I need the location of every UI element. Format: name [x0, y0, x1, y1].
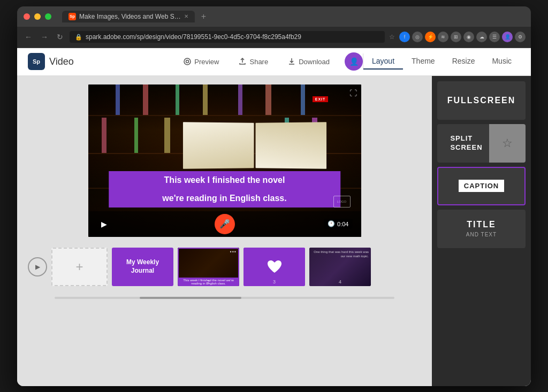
caption-line1: This week I finished the novel [109, 171, 341, 189]
refresh-button[interactable]: ↻ [55, 30, 65, 43]
app-name: Video [49, 56, 74, 67]
duration-text: 0:04 [337, 221, 348, 227]
layout-option-title[interactable]: TITLE AND TEXT [437, 210, 526, 248]
layout-panel: FULLSCREEN SPLIT SCREEN ☆ CAPTION [432, 76, 531, 386]
extension-icon-4[interactable]: ⊞ [451, 32, 461, 42]
browser-extensions: f ◎ ⚡ ≋ ⊞ ◉ ☁ ☰ 👤 ⚙ [399, 32, 526, 42]
profile-icon[interactable]: 👤 [502, 32, 513, 42]
strip-play-button[interactable]: ▶ [28, 257, 47, 276]
tab-close-button[interactable]: ✕ [184, 13, 188, 19]
browser-tab-active[interactable]: Sp Make Images, Videos and Web S… ✕ [62, 11, 195, 22]
thumb-1-label: My WeeklyJournal [126, 258, 159, 275]
thumb-3-num: 3 [273, 279, 276, 285]
tab-layout[interactable]: Layout [363, 53, 403, 70]
title-sub-label: AND TEXT [466, 232, 497, 237]
extension-icon-5[interactable]: ◉ [463, 32, 474, 42]
mac-window: Sp Make Images, Videos and Web S… ✕ + ← … [17, 6, 531, 386]
strip-scroll-thumb[interactable] [140, 297, 242, 299]
download-button[interactable]: Download [283, 54, 334, 69]
preview-button[interactable]: Preview [179, 54, 223, 69]
thumbnail-4[interactable]: One thing that was hard this week was ou… [309, 248, 371, 286]
thumb-4-text: One thing that was hard this week was ou… [309, 250, 369, 259]
toolbar-actions: Preview Share Download 👤 [179, 52, 363, 71]
preview-label: Preview [194, 58, 219, 66]
add-slide-button[interactable]: + [51, 248, 108, 286]
time-display: 🕐 0:04 [324, 219, 352, 229]
extension-icon-1[interactable]: ◎ [412, 32, 423, 42]
traffic-lights [24, 13, 51, 20]
url-bar: ← → ↻ 🔒 spark.adobe.com/sp/design/video/… [17, 27, 531, 48]
split-left: SPLIT SCREEN [437, 124, 489, 163]
tab-resize[interactable]: Resize [444, 53, 484, 70]
strip-scrollbar[interactable] [55, 297, 394, 299]
caption-badge: CAPTION [459, 180, 505, 192]
split-screen-label: SPLIT SCREEN [450, 134, 482, 152]
sp-logo-badge: Sp [28, 53, 45, 70]
url-text: spark.adobe.com/sp/design/video/78199551… [86, 33, 379, 41]
play-button[interactable]: ▶ [97, 217, 112, 232]
app-logo: Sp Video [28, 53, 74, 70]
fullscreen-button[interactable]: ⛶ [349, 89, 357, 97]
fullscreen-label: FULLSCREEN [447, 96, 516, 105]
microphone-button[interactable]: 🎤 [215, 214, 235, 234]
thumb-2-num: 2 [207, 279, 210, 285]
caption-line2: we're reading in English class. [109, 189, 341, 207]
maximize-window-button[interactable] [45, 13, 51, 20]
url-input[interactable]: 🔒 spark.adobe.com/sp/design/video/781995… [70, 31, 385, 43]
minimize-window-button[interactable] [34, 13, 41, 20]
layout-option-caption[interactable]: CAPTION [437, 167, 526, 205]
logo-text: LOGO [337, 200, 346, 203]
video-controls: ▶ 🎤 🕐 0:04 [88, 211, 361, 237]
thumbnail-2[interactable]: ••• This week I finished the novel we're… [178, 248, 239, 286]
app-toolbar: Sp Video Preview Share [17, 48, 531, 76]
tab-title: Make Images, Videos and Web S… [79, 13, 181, 20]
new-tab-button[interactable]: + [197, 12, 210, 21]
exit-sign: EXIT [313, 96, 329, 102]
download-icon [287, 57, 296, 66]
tab-theme[interactable]: Theme [403, 53, 444, 70]
extension-icon-3[interactable]: ≋ [438, 32, 448, 42]
forward-button[interactable]: → [39, 30, 50, 43]
tab-music[interactable]: Music [483, 53, 520, 70]
canvas-area: EXIT This week I finished the novel we'r… [17, 76, 432, 386]
layout-option-split-screen[interactable]: SPLIT SCREEN ☆ [437, 124, 526, 163]
title-main-label: TITLE [467, 220, 496, 229]
star-icon: ☆ [502, 136, 513, 150]
logo-placeholder: LOGO [333, 196, 351, 207]
share-label: Share [249, 58, 268, 66]
tab-favicon: Sp [68, 13, 76, 20]
extension-icon-7[interactable]: ☰ [489, 32, 500, 42]
url-actions: ☆ [389, 33, 395, 41]
back-button[interactable]: ← [22, 30, 34, 43]
extension-icon-8[interactable]: ⚙ [515, 32, 526, 42]
thumbnail-1[interactable]: My WeeklyJournal [112, 248, 173, 286]
tab-bar: Sp Make Images, Videos and Web S… ✕ + [62, 11, 524, 22]
svg-point-0 [184, 58, 191, 65]
video-caption-overlay: This week I finished the novel we're rea… [109, 171, 341, 207]
thumbnail-3[interactable]: 3 [243, 248, 305, 286]
nav-tabs: Layout Theme Resize Music [363, 53, 520, 70]
extension-icon-2[interactable]: ⚡ [425, 32, 436, 42]
close-window-button[interactable] [24, 13, 30, 20]
bookmark-icon[interactable]: ☆ [389, 33, 395, 41]
share-icon [238, 57, 247, 66]
profile-icon-text: 👤 [349, 57, 359, 66]
thumb-4-num: 4 [339, 279, 341, 285]
user-profile-button[interactable]: 👤 [345, 52, 363, 71]
facebook-icon[interactable]: f [399, 32, 410, 42]
video-container: EXIT This week I finished the novel we'r… [88, 84, 361, 237]
svg-point-1 [186, 60, 189, 63]
heart-icon [267, 259, 283, 274]
thumbnail-strip: ▶ + My WeeklyJournal ••• This week I fin… [28, 243, 421, 290]
share-button[interactable]: Share [234, 54, 272, 69]
clock-icon: 🕐 [328, 220, 335, 227]
extension-icon-6[interactable]: ☁ [476, 32, 487, 42]
layout-option-fullscreen[interactable]: FULLSCREEN [437, 81, 526, 120]
main-content: EXIT This week I finished the novel we'r… [17, 76, 531, 386]
download-label: Download [299, 58, 330, 66]
preview-icon [183, 57, 192, 66]
split-right: ☆ [489, 124, 526, 163]
lock-icon: 🔒 [75, 34, 82, 41]
title-bar: Sp Make Images, Videos and Web S… ✕ + [17, 6, 531, 27]
sp-logo-text: Sp [33, 58, 40, 65]
